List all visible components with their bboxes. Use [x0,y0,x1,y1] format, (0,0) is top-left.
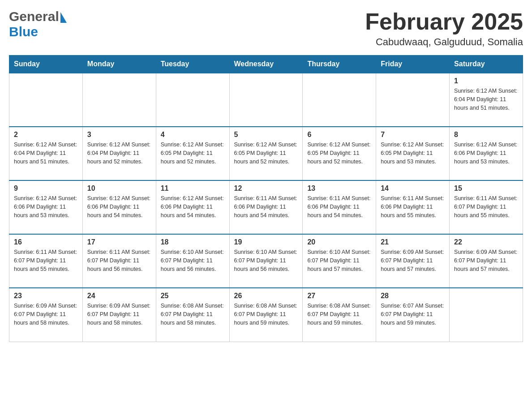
logo: General Blue [9,9,67,39]
calendar-table: SundayMondayTuesdayWednesdayThursdayFrid… [9,55,523,342]
calendar-cell: 21Sunrise: 6:09 AM Sunset: 6:07 PM Dayli… [376,234,450,288]
weekday-header-saturday: Saturday [450,56,523,73]
calendar-cell: 28Sunrise: 6:07 AM Sunset: 6:07 PM Dayli… [376,288,450,342]
day-number: 20 [307,238,371,246]
day-number: 3 [87,131,151,139]
day-info: Sunrise: 6:09 AM Sunset: 6:07 PM Dayligh… [454,248,518,273]
logo-triangle-icon [60,12,67,23]
calendar-week-4: 16Sunrise: 6:11 AM Sunset: 6:07 PM Dayli… [9,234,523,288]
weekday-header-wednesday: Wednesday [229,56,303,73]
day-info: Sunrise: 6:09 AM Sunset: 6:07 PM Dayligh… [381,248,445,273]
title-block: February 2025 Cabudwaaq, Galguduud, Soma… [365,9,523,48]
calendar-cell: 26Sunrise: 6:08 AM Sunset: 6:07 PM Dayli… [229,288,303,342]
weekday-header-tuesday: Tuesday [156,56,229,73]
calendar-cell: 20Sunrise: 6:10 AM Sunset: 6:07 PM Dayli… [303,234,376,288]
day-info: Sunrise: 6:12 AM Sunset: 6:05 PM Dayligh… [381,141,445,166]
day-number: 9 [14,184,78,193]
calendar-cell: 27Sunrise: 6:08 AM Sunset: 6:07 PM Dayli… [303,288,376,342]
calendar-cell: 8Sunrise: 6:12 AM Sunset: 6:06 PM Daylig… [450,127,523,180]
day-info: Sunrise: 6:11 AM Sunset: 6:07 PM Dayligh… [14,248,78,273]
calendar-cell: 18Sunrise: 6:10 AM Sunset: 6:07 PM Dayli… [156,234,229,288]
calendar-week-3: 9Sunrise: 6:12 AM Sunset: 6:06 PM Daylig… [9,180,523,234]
day-number: 26 [234,292,298,300]
day-number: 21 [381,238,445,246]
day-number: 15 [454,184,518,193]
day-number: 27 [307,292,371,300]
calendar-cell: 6Sunrise: 6:12 AM Sunset: 6:05 PM Daylig… [303,127,376,180]
day-info: Sunrise: 6:11 AM Sunset: 6:06 PM Dayligh… [381,194,445,219]
day-info: Sunrise: 6:10 AM Sunset: 6:07 PM Dayligh… [234,248,298,273]
day-number: 28 [381,292,445,300]
weekday-header-sunday: Sunday [9,56,83,73]
day-number: 12 [234,184,298,193]
calendar-cell: 22Sunrise: 6:09 AM Sunset: 6:07 PM Dayli… [450,234,523,288]
calendar-cell: 1Sunrise: 6:12 AM Sunset: 6:04 PM Daylig… [450,73,523,127]
calendar-week-5: 23Sunrise: 6:09 AM Sunset: 6:07 PM Dayli… [9,288,523,342]
page-header: General Blue February 2025 Cabudwaaq, Ga… [9,9,523,48]
day-info: Sunrise: 6:11 AM Sunset: 6:06 PM Dayligh… [234,194,298,219]
day-info: Sunrise: 6:12 AM Sunset: 6:05 PM Dayligh… [307,141,371,166]
day-number: 10 [87,184,151,193]
day-number: 1 [454,77,518,85]
day-number: 2 [14,131,78,139]
day-number: 16 [14,238,78,246]
calendar-cell: 15Sunrise: 6:11 AM Sunset: 6:07 PM Dayli… [450,180,523,234]
day-number: 17 [87,238,151,246]
day-info: Sunrise: 6:12 AM Sunset: 6:06 PM Dayligh… [161,194,225,219]
day-info: Sunrise: 6:11 AM Sunset: 6:07 PM Dayligh… [87,248,151,273]
calendar-cell: 14Sunrise: 6:11 AM Sunset: 6:06 PM Dayli… [376,180,450,234]
day-info: Sunrise: 6:09 AM Sunset: 6:07 PM Dayligh… [87,302,151,327]
day-info: Sunrise: 6:12 AM Sunset: 6:06 PM Dayligh… [87,194,151,219]
calendar-cell: 23Sunrise: 6:09 AM Sunset: 6:07 PM Dayli… [9,288,83,342]
calendar-week-2: 2Sunrise: 6:12 AM Sunset: 6:04 PM Daylig… [9,127,523,180]
day-info: Sunrise: 6:12 AM Sunset: 6:04 PM Dayligh… [454,87,518,112]
calendar-cell: 24Sunrise: 6:09 AM Sunset: 6:07 PM Dayli… [82,288,156,342]
day-number: 11 [161,184,225,193]
weekday-header-thursday: Thursday [303,56,376,73]
day-number: 24 [87,292,151,300]
calendar-cell: 11Sunrise: 6:12 AM Sunset: 6:06 PM Dayli… [156,180,229,234]
day-info: Sunrise: 6:08 AM Sunset: 6:07 PM Dayligh… [161,302,225,327]
calendar-cell [229,73,303,127]
day-number: 14 [381,184,445,193]
calendar-cell: 13Sunrise: 6:11 AM Sunset: 6:06 PM Dayli… [303,180,376,234]
weekday-header-monday: Monday [82,56,156,73]
day-info: Sunrise: 6:11 AM Sunset: 6:06 PM Dayligh… [307,194,371,219]
day-number: 22 [454,238,518,246]
calendar-cell [303,73,376,127]
calendar-cell [450,288,523,342]
day-info: Sunrise: 6:10 AM Sunset: 6:07 PM Dayligh… [307,248,371,273]
calendar-cell: 2Sunrise: 6:12 AM Sunset: 6:04 PM Daylig… [9,127,83,180]
day-number: 19 [234,238,298,246]
calendar-cell [9,73,83,127]
logo-general-text: General [9,9,59,24]
day-info: Sunrise: 6:11 AM Sunset: 6:07 PM Dayligh… [454,194,518,219]
calendar-cell: 9Sunrise: 6:12 AM Sunset: 6:06 PM Daylig… [9,180,83,234]
day-info: Sunrise: 6:10 AM Sunset: 6:07 PM Dayligh… [161,248,225,273]
day-number: 4 [161,131,225,139]
calendar-cell [156,73,229,127]
calendar-cell: 7Sunrise: 6:12 AM Sunset: 6:05 PM Daylig… [376,127,450,180]
calendar-cell: 19Sunrise: 6:10 AM Sunset: 6:07 PM Dayli… [229,234,303,288]
calendar-cell: 25Sunrise: 6:08 AM Sunset: 6:07 PM Dayli… [156,288,229,342]
day-number: 5 [234,131,298,139]
location-title: Cabudwaaq, Galguduud, Somalia [365,36,523,48]
day-info: Sunrise: 6:12 AM Sunset: 6:06 PM Dayligh… [14,194,78,219]
day-number: 18 [161,238,225,246]
day-info: Sunrise: 6:12 AM Sunset: 6:04 PM Dayligh… [87,141,151,166]
calendar-cell: 17Sunrise: 6:11 AM Sunset: 6:07 PM Dayli… [82,234,156,288]
calendar-week-1: 1Sunrise: 6:12 AM Sunset: 6:04 PM Daylig… [9,73,523,127]
weekday-header-friday: Friday [376,56,450,73]
calendar-cell: 5Sunrise: 6:12 AM Sunset: 6:05 PM Daylig… [229,127,303,180]
calendar-cell [82,73,156,127]
day-number: 7 [381,131,445,139]
weekday-header-row: SundayMondayTuesdayWednesdayThursdayFrid… [9,56,523,73]
calendar-cell: 10Sunrise: 6:12 AM Sunset: 6:06 PM Dayli… [82,180,156,234]
day-info: Sunrise: 6:07 AM Sunset: 6:07 PM Dayligh… [381,302,445,327]
calendar-cell [376,73,450,127]
day-number: 13 [307,184,371,193]
day-info: Sunrise: 6:08 AM Sunset: 6:07 PM Dayligh… [307,302,371,327]
day-number: 6 [307,131,371,139]
day-info: Sunrise: 6:09 AM Sunset: 6:07 PM Dayligh… [14,302,78,327]
calendar-cell: 4Sunrise: 6:12 AM Sunset: 6:05 PM Daylig… [156,127,229,180]
